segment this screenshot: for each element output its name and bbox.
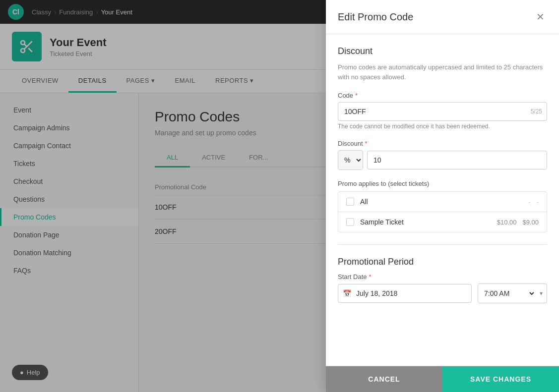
modal-close-button[interactable]: ✕	[533, 10, 547, 24]
start-date-input[interactable]	[338, 284, 472, 303]
discount-field-group: Discount * % $	[338, 140, 547, 170]
modal-header: Edit Promo Code ✕	[326, 0, 559, 34]
promo-applies-group: Promo applies to (select tickets) All - …	[338, 180, 547, 232]
ticket-price-all: -	[528, 198, 530, 206]
discount-type-select[interactable]: % $	[338, 151, 363, 169]
discount-row: % $	[338, 150, 547, 170]
start-time-select[interactable]: 7:00 AM 8:00 AM 9:00 AM	[478, 284, 536, 303]
ticket-discounted-all: -	[537, 198, 539, 206]
promo-period-title: Promotional Period	[338, 257, 547, 267]
save-changes-button[interactable]: SAVE CHANGES	[442, 366, 559, 392]
discount-type-wrapper: % $	[338, 150, 363, 170]
ticket-name-sample: Sample Ticket	[360, 218, 491, 226]
modal-body: Discount Promo codes are automatically u…	[326, 34, 559, 366]
discount-value-input[interactable]	[367, 151, 547, 169]
ticket-checkbox-sample[interactable]	[346, 218, 354, 226]
modal-panel: Edit Promo Code ✕ Discount Promo codes a…	[326, 0, 559, 392]
ticket-checkbox-all[interactable]	[346, 198, 354, 206]
time-select-arrow-icon: ▾	[536, 290, 547, 297]
tickets-table: All - - Sample Ticket $10.00 $9.00	[338, 191, 547, 232]
code-label: Code *	[338, 92, 547, 99]
date-input-wrap: 📅	[338, 284, 472, 303]
modal-footer: CANCEL SAVE CHANGES	[326, 366, 559, 392]
time-select-wrap: 7:00 AM 8:00 AM 9:00 AM ▾	[478, 283, 547, 303]
start-date-group: Start Date * 📅 7:00 AM 8:00 AM 9:00 AM ▾	[338, 273, 547, 303]
date-row: 📅 7:00 AM 8:00 AM 9:00 AM ▾	[338, 283, 547, 303]
calendar-icon: 📅	[343, 289, 351, 297]
code-input[interactable]	[338, 102, 547, 121]
code-input-wrapper: 5/25	[338, 102, 547, 121]
modal-title: Edit Promo Code	[338, 11, 413, 23]
discount-required: *	[365, 140, 368, 147]
section-divider	[338, 244, 547, 245]
ticket-row-sample[interactable]: Sample Ticket $10.00 $9.00	[338, 212, 547, 232]
start-date-label: Start Date *	[338, 273, 547, 280]
cancel-button[interactable]: CANCEL	[326, 366, 442, 392]
ticket-row-all[interactable]: All - -	[338, 192, 547, 212]
char-counter: 5/25	[531, 108, 542, 115]
start-date-required: *	[369, 273, 372, 280]
code-required: *	[355, 92, 358, 99]
ticket-discounted-sample: $9.00	[522, 219, 539, 226]
discount-section-title: Discount	[338, 46, 547, 56]
code-field-group: Code * 5/25 The code cannot be modified …	[338, 92, 547, 130]
ticket-name-all: All	[360, 198, 522, 206]
applies-label: Promo applies to (select tickets)	[338, 180, 547, 187]
discount-label: Discount *	[338, 140, 547, 147]
code-hint: The code cannot be modified once it has …	[338, 123, 547, 130]
discount-section-desc: Promo codes are automatically uppercased…	[338, 62, 547, 82]
ticket-price-sample: $10.00	[497, 219, 517, 226]
